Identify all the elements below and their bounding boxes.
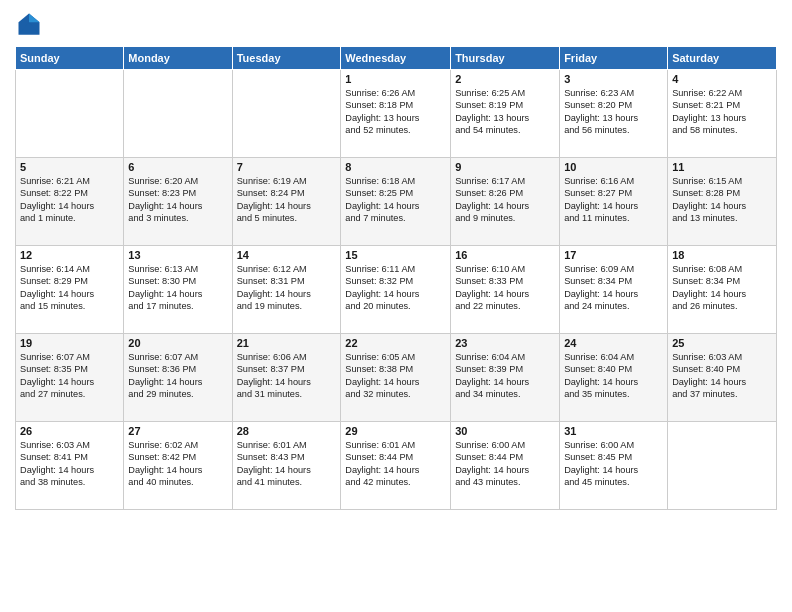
day-number: 11: [672, 161, 772, 173]
day-info: Sunrise: 6:14 AM Sunset: 8:29 PM Dayligh…: [20, 263, 119, 313]
day-number: 4: [672, 73, 772, 85]
weekday-sunday: Sunday: [16, 47, 124, 70]
calendar-cell: 24Sunrise: 6:04 AM Sunset: 8:40 PM Dayli…: [560, 334, 668, 422]
day-number: 22: [345, 337, 446, 349]
day-info: Sunrise: 6:04 AM Sunset: 8:40 PM Dayligh…: [564, 351, 663, 401]
calendar-cell: 22Sunrise: 6:05 AM Sunset: 8:38 PM Dayli…: [341, 334, 451, 422]
logo: [15, 10, 47, 38]
calendar-cell: 5Sunrise: 6:21 AM Sunset: 8:22 PM Daylig…: [16, 158, 124, 246]
day-info: Sunrise: 6:05 AM Sunset: 8:38 PM Dayligh…: [345, 351, 446, 401]
day-number: 6: [128, 161, 227, 173]
day-number: 3: [564, 73, 663, 85]
day-info: Sunrise: 6:09 AM Sunset: 8:34 PM Dayligh…: [564, 263, 663, 313]
day-number: 15: [345, 249, 446, 261]
day-number: 7: [237, 161, 337, 173]
day-info: Sunrise: 6:00 AM Sunset: 8:45 PM Dayligh…: [564, 439, 663, 489]
day-number: 1: [345, 73, 446, 85]
day-number: 16: [455, 249, 555, 261]
day-number: 24: [564, 337, 663, 349]
day-info: Sunrise: 6:08 AM Sunset: 8:34 PM Dayligh…: [672, 263, 772, 313]
week-row-1: 5Sunrise: 6:21 AM Sunset: 8:22 PM Daylig…: [16, 158, 777, 246]
calendar-cell: 4Sunrise: 6:22 AM Sunset: 8:21 PM Daylig…: [668, 70, 777, 158]
calendar-cell: 26Sunrise: 6:03 AM Sunset: 8:41 PM Dayli…: [16, 422, 124, 510]
calendar-cell: 29Sunrise: 6:01 AM Sunset: 8:44 PM Dayli…: [341, 422, 451, 510]
calendar-cell: 31Sunrise: 6:00 AM Sunset: 8:45 PM Dayli…: [560, 422, 668, 510]
calendar-cell: 9Sunrise: 6:17 AM Sunset: 8:26 PM Daylig…: [451, 158, 560, 246]
day-info: Sunrise: 6:20 AM Sunset: 8:23 PM Dayligh…: [128, 175, 227, 225]
day-info: Sunrise: 6:23 AM Sunset: 8:20 PM Dayligh…: [564, 87, 663, 137]
day-info: Sunrise: 6:15 AM Sunset: 8:28 PM Dayligh…: [672, 175, 772, 225]
calendar-cell: 16Sunrise: 6:10 AM Sunset: 8:33 PM Dayli…: [451, 246, 560, 334]
calendar-cell: 18Sunrise: 6:08 AM Sunset: 8:34 PM Dayli…: [668, 246, 777, 334]
day-info: Sunrise: 6:16 AM Sunset: 8:27 PM Dayligh…: [564, 175, 663, 225]
day-info: Sunrise: 6:03 AM Sunset: 8:41 PM Dayligh…: [20, 439, 119, 489]
calendar-cell: 14Sunrise: 6:12 AM Sunset: 8:31 PM Dayli…: [232, 246, 341, 334]
day-info: Sunrise: 6:07 AM Sunset: 8:35 PM Dayligh…: [20, 351, 119, 401]
weekday-row: SundayMondayTuesdayWednesdayThursdayFrid…: [16, 47, 777, 70]
day-info: Sunrise: 6:26 AM Sunset: 8:18 PM Dayligh…: [345, 87, 446, 137]
calendar-cell: 28Sunrise: 6:01 AM Sunset: 8:43 PM Dayli…: [232, 422, 341, 510]
day-number: 23: [455, 337, 555, 349]
day-number: 10: [564, 161, 663, 173]
calendar-cell: [668, 422, 777, 510]
weekday-wednesday: Wednesday: [341, 47, 451, 70]
calendar-header: SundayMondayTuesdayWednesdayThursdayFrid…: [16, 47, 777, 70]
day-info: Sunrise: 6:25 AM Sunset: 8:19 PM Dayligh…: [455, 87, 555, 137]
calendar-cell: 30Sunrise: 6:00 AM Sunset: 8:44 PM Dayli…: [451, 422, 560, 510]
week-row-2: 12Sunrise: 6:14 AM Sunset: 8:29 PM Dayli…: [16, 246, 777, 334]
calendar-cell: 27Sunrise: 6:02 AM Sunset: 8:42 PM Dayli…: [124, 422, 232, 510]
week-row-0: 1Sunrise: 6:26 AM Sunset: 8:18 PM Daylig…: [16, 70, 777, 158]
calendar-cell: 23Sunrise: 6:04 AM Sunset: 8:39 PM Dayli…: [451, 334, 560, 422]
day-info: Sunrise: 6:01 AM Sunset: 8:43 PM Dayligh…: [237, 439, 337, 489]
calendar-cell: 17Sunrise: 6:09 AM Sunset: 8:34 PM Dayli…: [560, 246, 668, 334]
calendar-cell: [16, 70, 124, 158]
page: SundayMondayTuesdayWednesdayThursdayFrid…: [0, 0, 792, 612]
calendar-cell: 8Sunrise: 6:18 AM Sunset: 8:25 PM Daylig…: [341, 158, 451, 246]
day-number: 25: [672, 337, 772, 349]
calendar-cell: 19Sunrise: 6:07 AM Sunset: 8:35 PM Dayli…: [16, 334, 124, 422]
weekday-thursday: Thursday: [451, 47, 560, 70]
calendar-cell: 13Sunrise: 6:13 AM Sunset: 8:30 PM Dayli…: [124, 246, 232, 334]
header: [15, 10, 777, 38]
day-info: Sunrise: 6:02 AM Sunset: 8:42 PM Dayligh…: [128, 439, 227, 489]
svg-marker-1: [29, 14, 40, 23]
day-info: Sunrise: 6:21 AM Sunset: 8:22 PM Dayligh…: [20, 175, 119, 225]
day-info: Sunrise: 6:22 AM Sunset: 8:21 PM Dayligh…: [672, 87, 772, 137]
day-number: 20: [128, 337, 227, 349]
day-number: 8: [345, 161, 446, 173]
day-info: Sunrise: 6:12 AM Sunset: 8:31 PM Dayligh…: [237, 263, 337, 313]
day-info: Sunrise: 6:00 AM Sunset: 8:44 PM Dayligh…: [455, 439, 555, 489]
day-number: 13: [128, 249, 227, 261]
calendar-cell: 2Sunrise: 6:25 AM Sunset: 8:19 PM Daylig…: [451, 70, 560, 158]
day-number: 27: [128, 425, 227, 437]
day-number: 26: [20, 425, 119, 437]
calendar-cell: 3Sunrise: 6:23 AM Sunset: 8:20 PM Daylig…: [560, 70, 668, 158]
day-info: Sunrise: 6:07 AM Sunset: 8:36 PM Dayligh…: [128, 351, 227, 401]
day-number: 9: [455, 161, 555, 173]
day-info: Sunrise: 6:06 AM Sunset: 8:37 PM Dayligh…: [237, 351, 337, 401]
day-info: Sunrise: 6:18 AM Sunset: 8:25 PM Dayligh…: [345, 175, 446, 225]
calendar-cell: 15Sunrise: 6:11 AM Sunset: 8:32 PM Dayli…: [341, 246, 451, 334]
day-number: 12: [20, 249, 119, 261]
day-number: 29: [345, 425, 446, 437]
calendar-cell: 12Sunrise: 6:14 AM Sunset: 8:29 PM Dayli…: [16, 246, 124, 334]
calendar-cell: 6Sunrise: 6:20 AM Sunset: 8:23 PM Daylig…: [124, 158, 232, 246]
calendar-cell: 25Sunrise: 6:03 AM Sunset: 8:40 PM Dayli…: [668, 334, 777, 422]
calendar: SundayMondayTuesdayWednesdayThursdayFrid…: [15, 46, 777, 510]
calendar-cell: [232, 70, 341, 158]
calendar-body: 1Sunrise: 6:26 AM Sunset: 8:18 PM Daylig…: [16, 70, 777, 510]
day-number: 21: [237, 337, 337, 349]
day-info: Sunrise: 6:11 AM Sunset: 8:32 PM Dayligh…: [345, 263, 446, 313]
day-number: 17: [564, 249, 663, 261]
day-number: 30: [455, 425, 555, 437]
day-info: Sunrise: 6:03 AM Sunset: 8:40 PM Dayligh…: [672, 351, 772, 401]
day-info: Sunrise: 6:01 AM Sunset: 8:44 PM Dayligh…: [345, 439, 446, 489]
weekday-tuesday: Tuesday: [232, 47, 341, 70]
calendar-cell: 7Sunrise: 6:19 AM Sunset: 8:24 PM Daylig…: [232, 158, 341, 246]
day-number: 18: [672, 249, 772, 261]
day-number: 19: [20, 337, 119, 349]
day-info: Sunrise: 6:13 AM Sunset: 8:30 PM Dayligh…: [128, 263, 227, 313]
week-row-4: 26Sunrise: 6:03 AM Sunset: 8:41 PM Dayli…: [16, 422, 777, 510]
weekday-friday: Friday: [560, 47, 668, 70]
day-number: 28: [237, 425, 337, 437]
